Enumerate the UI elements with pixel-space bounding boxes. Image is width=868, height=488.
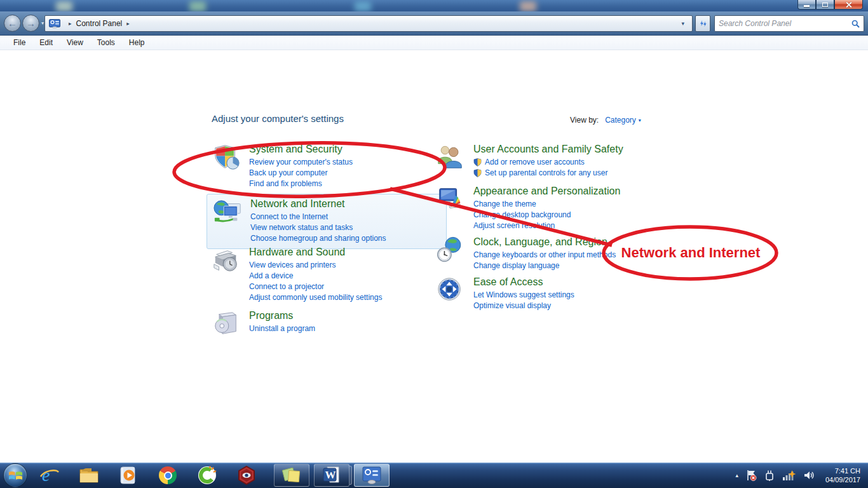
category-link[interactable]: Choose homegroup and sharing options (250, 233, 386, 244)
category-link[interactable]: Adjust screen resolution (473, 220, 620, 231)
category-link[interactable]: Connect to a projector (249, 281, 382, 292)
back-button[interactable]: ← (4, 15, 21, 32)
category-link[interactable]: Find and fix problems (249, 179, 353, 189)
category-link[interactable]: Add or remove user accounts (485, 157, 585, 168)
breadcrumb-control-panel[interactable]: Control Panel (76, 19, 123, 28)
category-body: Appearance and Personalization Change th… (473, 185, 620, 231)
sticky-notes-taskbar-button[interactable] (274, 464, 309, 487)
chrome-button[interactable] (157, 464, 179, 486)
taskbar: e (0, 463, 868, 488)
chrome-icon (159, 466, 177, 484)
forward-icon: → (26, 18, 36, 29)
category-link[interactable]: Optimize visual display (473, 301, 574, 311)
maximize-button[interactable] (816, 0, 834, 10)
category-link[interactable]: Let Windows suggest settings (473, 290, 574, 301)
category-link[interactable]: Connect to the Internet (250, 212, 386, 222)
desktop-blur-blob (56, 1, 72, 11)
category-link[interactable]: Back up your computer (249, 168, 353, 179)
appearance-icon (436, 185, 465, 214)
media-player-button[interactable] (118, 464, 139, 486)
category-title-link[interactable]: Network and Internet (250, 198, 386, 210)
network-status-icon[interactable] (782, 470, 796, 481)
svg-text:e: e (42, 465, 50, 485)
search-input[interactable] (719, 19, 851, 28)
category-link[interactable]: View devices and printers (249, 260, 382, 271)
category-body: Clock, Language, and Region Change keybo… (473, 236, 616, 271)
coccoc-browser-button[interactable] (196, 464, 218, 486)
view-by-dropdown-icon[interactable]: ▾ (639, 118, 641, 123)
back-icon: ← (8, 18, 17, 29)
power-plug-icon[interactable] (764, 470, 775, 481)
category-link[interactable]: Change keyboards or other input methods (473, 250, 616, 261)
category-link[interactable]: Uninstall a program (249, 323, 315, 334)
category-link[interactable]: Set up parental controls for any user (485, 168, 607, 179)
programs-icon (212, 309, 241, 339)
svg-text:W: W (325, 469, 336, 481)
close-icon (845, 1, 852, 8)
category-title-link[interactable]: Clock, Language, and Region (473, 236, 616, 248)
control-panel-taskbar-button[interactable] (354, 464, 390, 487)
word-icon: W (322, 466, 341, 485)
category-title-link[interactable]: Programs (249, 310, 315, 322)
file-explorer-button[interactable] (78, 464, 100, 486)
action-center-flag-icon[interactable] (745, 470, 757, 481)
category-link[interactable]: Review your computer's status (249, 157, 353, 168)
tray-expand-icon[interactable]: ▴ (735, 472, 738, 478)
category-system-and-security: System and Security Review your computer… (212, 143, 448, 189)
desktop-blur-blob (520, 1, 536, 11)
menu-view[interactable]: View (60, 36, 90, 50)
internet-explorer-icon: e (39, 465, 60, 485)
breadcrumb-arrow-icon[interactable]: ▸ (122, 20, 134, 27)
search-icon[interactable] (851, 20, 860, 28)
category-body: Ease of Access Let Windows suggest setti… (473, 276, 574, 311)
user-accounts-icon (436, 143, 465, 172)
nav-buttons: ← → ▾ (4, 15, 44, 32)
close-button[interactable] (834, 0, 863, 10)
view-by-control: View by: Category ▾ (570, 116, 641, 125)
category-link[interactable]: Adjust commonly used mobility settings (249, 292, 382, 303)
start-button[interactable] (3, 463, 27, 487)
internet-explorer-button[interactable]: e (39, 464, 60, 486)
folder-icon (79, 466, 99, 485)
category-body: Network and Internet Connect to the Inte… (250, 198, 386, 244)
clock-time: 7:41 CH (825, 466, 860, 475)
category-network-and-internet[interactable]: Network and Internet Connect to the Inte… (207, 194, 447, 249)
category-title-link[interactable]: Hardware and Sound (249, 247, 382, 258)
recent-pages-dropdown[interactable]: ▾ (41, 20, 44, 26)
menu-file[interactable]: File (6, 36, 32, 50)
category-link[interactable]: Change display language (473, 261, 616, 271)
forward-button[interactable]: → (22, 15, 39, 32)
category-title-link[interactable]: Ease of Access (473, 276, 574, 288)
menu-bar: File Edit View Tools Help (0, 36, 868, 50)
address-dropdown-icon[interactable]: ▾ (677, 20, 688, 27)
category-body: Programs Uninstall a program (249, 309, 315, 339)
menu-edit[interactable]: Edit (32, 36, 60, 50)
volume-icon[interactable] (803, 470, 815, 481)
refresh-button[interactable] (695, 15, 710, 32)
menu-help[interactable]: Help (122, 36, 152, 50)
menu-tools[interactable]: Tools (90, 36, 122, 50)
category-link[interactable]: Add a device (249, 271, 382, 281)
ease-of-access-icon (436, 276, 465, 305)
uac-shield-icon (473, 158, 482, 166)
category-link[interactable]: Change the theme (473, 199, 620, 210)
address-bar[interactable]: ▸ Control Panel ▸ ▾ (44, 15, 693, 32)
category-hardware-and-sound: Hardware and Sound View devices and prin… (212, 246, 448, 303)
red-gem-app-button[interactable] (236, 464, 257, 486)
category-title-link[interactable]: User Accounts and Family Safety (473, 144, 623, 155)
view-by-value[interactable]: Category (605, 116, 636, 125)
category-title-link[interactable]: Appearance and Personalization (473, 186, 620, 197)
category-body: System and Security Review your computer… (249, 143, 353, 189)
taskbar-clock[interactable]: 7:41 CH 04/09/2017 (822, 466, 860, 484)
address-toolbar: ← → ▾ ▸ Control Panel ▸ ▾ (0, 11, 868, 36)
category-appearance: Appearance and Personalization Change th… (436, 185, 672, 231)
category-title-link[interactable]: System and Security (249, 144, 353, 155)
category-programs: Programs Uninstall a program (212, 309, 448, 339)
minimize-button[interactable] (797, 0, 816, 10)
category-link[interactable]: View network status and tasks (250, 222, 386, 233)
page-title: Adjust your computer's settings (212, 113, 344, 124)
category-link[interactable]: Change desktop background (473, 210, 620, 220)
breadcrumb-arrow-icon[interactable]: ▸ (64, 20, 76, 27)
network-internet-icon (213, 198, 242, 227)
word-taskbar-button[interactable]: W (314, 464, 349, 487)
